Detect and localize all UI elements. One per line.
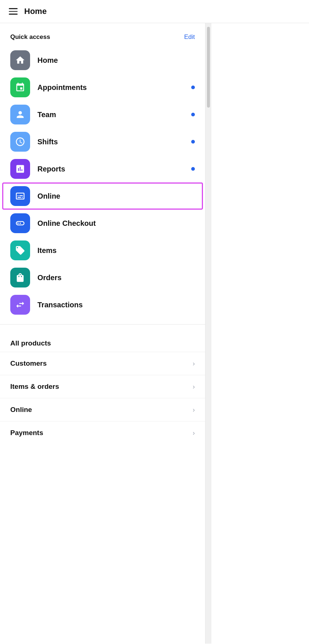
reports-icon [10, 159, 30, 179]
all-products-label: All products [10, 339, 51, 347]
nav-item-appointments-label: Appointments [37, 83, 191, 92]
nav-item-shifts-label: Shifts [37, 138, 191, 146]
items-orders-chevron-icon: › [193, 383, 195, 391]
nav-item-reports-label: Reports [37, 165, 191, 173]
nav-item-shifts[interactable]: Shifts [0, 128, 205, 155]
nav-item-online-checkout[interactable]: Online Checkout [0, 210, 205, 237]
payments-chevron-icon: › [193, 429, 195, 437]
nav-item-online-checkout-label: Online Checkout [37, 219, 195, 228]
nav-item-transactions[interactable]: Transactions [0, 291, 205, 318]
orders-icon [10, 268, 30, 287]
transactions-icon [10, 295, 30, 315]
shifts-notification-dot [191, 140, 195, 144]
nav-item-online-label: Online [37, 192, 195, 200]
all-products-customers[interactable]: Customers › [0, 352, 205, 375]
hamburger-menu-icon[interactable] [9, 8, 18, 15]
all-products-payments[interactable]: Payments › [0, 421, 205, 444]
items-orders-label: Items & orders [10, 383, 59, 391]
nav-item-appointments[interactable]: Appointments [0, 74, 205, 101]
online-icon [10, 186, 30, 206]
scrollbar-thumb[interactable] [207, 27, 210, 108]
quick-access-label: Quick access [10, 33, 50, 41]
nav-item-items-label: Items [37, 246, 195, 255]
all-products-header: All products [0, 330, 205, 352]
nav-item-team[interactable]: Team [0, 101, 205, 128]
nav-item-home[interactable]: Home [0, 47, 205, 74]
appointments-icon [10, 77, 30, 97]
nav-item-orders[interactable]: Orders [0, 264, 205, 291]
shifts-icon [10, 132, 30, 152]
divider [0, 324, 205, 325]
nav-item-orders-label: Orders [37, 274, 195, 282]
scrollbar[interactable] [206, 23, 211, 644]
all-products-online-label: Online [10, 406, 32, 414]
all-products-online-chevron-icon: › [193, 406, 195, 414]
customers-chevron-icon: › [193, 360, 195, 368]
all-products-online[interactable]: Online › [0, 398, 205, 421]
nav-item-transactions-label: Transactions [37, 301, 195, 309]
sidebar: Quick access Edit Home Appointments [0, 23, 206, 644]
customers-label: Customers [10, 359, 47, 368]
appointments-notification-dot [191, 86, 195, 89]
quick-access-section: Quick access Edit [0, 23, 205, 47]
all-products-items-orders[interactable]: Items & orders › [0, 375, 205, 398]
reports-notification-dot [191, 167, 195, 171]
nav-item-home-label: Home [37, 56, 195, 65]
edit-button[interactable]: Edit [184, 33, 195, 41]
header: Home [0, 0, 309, 23]
items-icon [10, 240, 30, 260]
team-notification-dot [191, 113, 195, 116]
right-panel [211, 23, 309, 644]
payments-label: Payments [10, 429, 43, 437]
nav-item-team-label: Team [37, 111, 191, 119]
nav-item-online[interactable]: Online [2, 182, 203, 210]
team-icon [10, 105, 30, 124]
header-title: Home [24, 7, 47, 16]
home-icon [10, 50, 30, 70]
online-checkout-icon [10, 213, 30, 233]
content-wrapper: Quick access Edit Home Appointments [0, 23, 309, 644]
nav-item-items[interactable]: Items [0, 237, 205, 264]
nav-item-reports[interactable]: Reports [0, 155, 205, 182]
